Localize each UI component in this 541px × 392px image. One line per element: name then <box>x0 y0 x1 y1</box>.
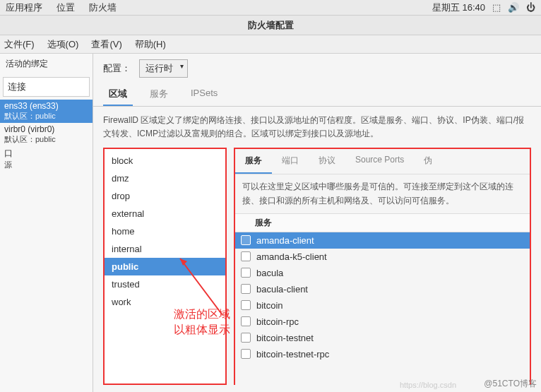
service-row[interactable]: amanda-k5-client <box>235 249 530 265</box>
service-name: amanda-k5-client <box>256 251 327 262</box>
topbar-places[interactable]: 位置 <box>57 1 75 14</box>
menu-help[interactable]: 帮助(H) <box>135 38 166 51</box>
service-row[interactable]: amanda-client <box>235 232 530 249</box>
service-checkbox[interactable] <box>241 300 251 310</box>
left-panel: 活动的绑定 连接 ens33 (ens33)默认区：publicvirbr0 (… <box>0 54 93 392</box>
zone-item[interactable]: trusted <box>105 275 225 293</box>
annotation-text-1: 激活的区域 <box>174 307 230 322</box>
zone-item[interactable]: drop <box>105 187 225 205</box>
service-name: amanda-client <box>256 235 314 246</box>
menu-file[interactable]: 文件(F) <box>4 38 35 51</box>
left-panel-title: 活动的绑定 <box>0 54 93 74</box>
service-name: bacula-client <box>256 284 308 295</box>
service-checkbox[interactable] <box>241 268 251 278</box>
zone-sub-tabs: 服务端口协议Source Ports伪 <box>235 149 530 174</box>
service-row[interactable]: bacula-client <box>235 281 530 297</box>
connections-header: 连接 <box>3 77 90 97</box>
system-topbar: 应用程序 位置 防火墙 星期五 16:40 ⬚ 🔊 ⏻ <box>0 0 541 16</box>
interface-item[interactable]: virbr0 (virbr0)默认区：public <box>0 123 93 146</box>
volume-icon[interactable]: 🔊 <box>508 2 519 13</box>
service-checkbox[interactable] <box>241 333 251 343</box>
interface-item[interactable]: 口源 <box>0 146 93 172</box>
service-checkbox[interactable] <box>241 316 251 326</box>
service-name: bitcoin <box>256 300 283 311</box>
zone-sub-tab[interactable]: Source Ports <box>345 149 414 174</box>
config-label: 配置： <box>103 62 131 75</box>
service-column-header: 服务 <box>235 214 530 232</box>
zone-sub-tab[interactable]: 服务 <box>235 149 272 174</box>
network-icon[interactable]: ⬚ <box>492 2 501 13</box>
zone-item[interactable]: public <box>105 258 225 275</box>
zone-description: FirewallD 区域定义了绑定的网络连接、接口以及源地址的可信程度。区域是服… <box>93 107 541 148</box>
zone-item[interactable]: home <box>105 222 225 240</box>
menubar: 文件(F) 选项(O) 查看(V) 帮助(H) <box>0 35 541 54</box>
zone-item[interactable]: block <box>105 152 225 170</box>
zone-sub-tab[interactable]: 端口 <box>272 149 309 174</box>
zone-sub-tab[interactable]: 伪 <box>414 149 442 174</box>
zone-item[interactable]: dmz <box>105 170 225 187</box>
service-checkbox[interactable] <box>241 251 251 261</box>
service-checkbox[interactable] <box>241 349 251 359</box>
service-row[interactable]: bitcoin-rpc <box>235 314 530 330</box>
zone-sub-tab[interactable]: 协议 <box>309 149 345 174</box>
service-row[interactable]: bitcoin-testnet-rpc <box>235 346 530 362</box>
service-name: bitcoin-rpc <box>256 316 299 327</box>
service-name: bitcoin-testnet <box>256 333 314 343</box>
zone-item[interactable]: external <box>105 205 225 222</box>
services-description: 可以在这里定义区域中哪些服务是可信的。可连接至绑定到这个区域的连接、接口和源的所… <box>235 174 530 213</box>
service-checkbox[interactable] <box>241 235 251 245</box>
service-name: bitcoin-testnet-rpc <box>256 349 329 360</box>
main-tab[interactable]: 区域 <box>103 83 133 106</box>
zone-list: blockdmzdropexternalhomeinternalpublictr… <box>103 148 227 385</box>
annotation-text-2: 以粗体显示 <box>174 322 230 338</box>
service-name: bacula <box>256 268 283 278</box>
main-tabs: 区域服务IPSets <box>93 83 541 107</box>
zone-item[interactable]: internal <box>105 240 225 258</box>
service-row[interactable]: bacula <box>235 265 530 281</box>
menu-view[interactable]: 查看(V) <box>91 38 121 51</box>
service-checkbox[interactable] <box>241 284 251 294</box>
topbar-firewall[interactable]: 防火墙 <box>89 1 117 14</box>
service-row[interactable]: bitcoin-testnet <box>235 330 530 346</box>
interface-item[interactable]: ens33 (ens33)默认区：public <box>0 100 93 123</box>
main-tab[interactable]: 服务 <box>144 83 174 106</box>
power-icon[interactable]: ⏻ <box>526 2 535 13</box>
watermark: @51CTO博客 <box>484 378 537 390</box>
watermark-faint: https://blog.csdn <box>400 381 456 389</box>
menu-options[interactable]: 选项(O) <box>47 38 79 51</box>
config-dropdown[interactable]: 运行时 <box>139 59 188 78</box>
topbar-app-menu[interactable]: 应用程序 <box>6 1 42 14</box>
service-row[interactable]: bitcoin <box>235 297 530 314</box>
window-title: 防火墙配置 <box>0 16 541 35</box>
topbar-clock: 星期五 16:40 <box>432 1 485 14</box>
main-tab[interactable]: IPSets <box>185 83 223 106</box>
